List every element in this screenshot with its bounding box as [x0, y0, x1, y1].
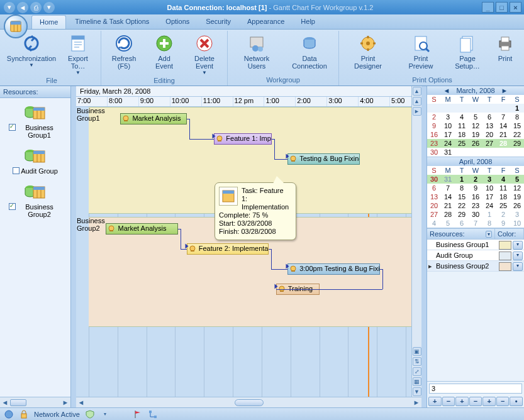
- resource-checkbox[interactable]: [9, 124, 16, 131]
- legend-row[interactable]: Audit Group▾: [427, 250, 524, 261]
- calendar-day[interactable]: 10: [441, 121, 455, 130]
- calendar-day[interactable]: 14: [441, 192, 455, 201]
- calendar-day[interactable]: [496, 104, 510, 113]
- minimize-button[interactable]: _: [482, 2, 494, 13]
- gantt-bar[interactable]: Feature 2: Implementation: [187, 243, 269, 255]
- legend-row[interactable]: Business Group1▾: [427, 240, 524, 250]
- calendar-day[interactable]: 17: [441, 130, 455, 139]
- zb-minus2[interactable]: −: [469, 397, 482, 406]
- calendar-day[interactable]: 13: [482, 121, 496, 130]
- ribbon-tab-help[interactable]: Help: [293, 15, 323, 29]
- calendar-day[interactable]: [469, 148, 482, 157]
- calendar-day[interactable]: 12: [510, 184, 524, 192]
- ribbon-tab-security[interactable]: Security: [198, 15, 238, 29]
- gantt-body[interactable]: Business Group1Market AnalysisFeature 1:…: [76, 107, 421, 397]
- calendar-day[interactable]: 5: [441, 219, 455, 228]
- calendar-day[interactable]: 11: [455, 121, 469, 130]
- status-globe-icon[interactable]: [4, 409, 14, 419]
- calendar-day[interactable]: 3: [441, 113, 455, 121]
- vtool-b-icon[interactable]: ⇅: [413, 357, 421, 366]
- calendar-day[interactable]: 28: [441, 210, 455, 219]
- splitter-left[interactable]: [71, 86, 76, 407]
- calendar-day[interactable]: 2: [427, 113, 441, 121]
- vscroll-up2-icon[interactable]: ▲: [413, 97, 421, 106]
- calendar-day[interactable]: 18: [496, 192, 510, 201]
- vtool-d-icon[interactable]: ▦: [413, 377, 421, 386]
- calendar-day[interactable]: 20: [427, 201, 441, 210]
- vscroll-right-icon[interactable]: ►: [413, 107, 421, 116]
- zb-plus3[interactable]: +: [482, 397, 496, 406]
- calendar-day[interactable]: 3: [482, 175, 496, 184]
- calendar-day[interactable]: 25: [455, 139, 469, 148]
- gantt-horizontal-scrollbar[interactable]: ◄►: [76, 397, 421, 407]
- calendar-day[interactable]: 2: [469, 175, 482, 184]
- status-dd-icon[interactable]: ▾: [100, 409, 110, 419]
- calendar-day[interactable]: 8: [482, 219, 496, 228]
- calendar-day[interactable]: 24: [482, 201, 496, 210]
- resources-scrollbar[interactable]: ◄►: [0, 397, 70, 407]
- vscroll-up-icon[interactable]: ▲: [413, 87, 421, 96]
- calendar-day[interactable]: 8: [510, 113, 524, 121]
- resource-checkbox[interactable]: [9, 203, 16, 210]
- calendar-day[interactable]: [469, 104, 482, 113]
- calendar-day[interactable]: 15: [510, 121, 524, 130]
- calendar-day[interactable]: 25: [496, 201, 510, 210]
- application-menu-button[interactable]: [4, 14, 28, 38]
- calendar-day[interactable]: 10: [482, 184, 496, 192]
- calendar-day[interactable]: 2: [496, 210, 510, 219]
- qa-back-icon[interactable]: ◄: [17, 2, 28, 13]
- calendar-day[interactable]: 9: [469, 184, 482, 192]
- calendar-day[interactable]: 29: [455, 210, 469, 219]
- calendar-day[interactable]: 21: [496, 130, 510, 139]
- zb-plus[interactable]: +: [428, 397, 442, 406]
- calendar-day[interactable]: 19: [510, 192, 524, 201]
- resource-checkbox[interactable]: [13, 167, 20, 174]
- cal-next-icon[interactable]: ►: [499, 87, 511, 94]
- calendar-day[interactable]: 29: [510, 139, 524, 148]
- calendar-day[interactable]: [496, 148, 510, 157]
- refresh-f5--button[interactable]: Refresh(F5): [105, 32, 143, 75]
- calendar-month-2[interactable]: April, 2008SMTWTFS3031123456789101112131…: [427, 157, 524, 228]
- calendar-day[interactable]: 7: [469, 219, 482, 228]
- calendar-day[interactable]: [482, 148, 496, 157]
- calendar-day[interactable]: 7: [441, 184, 455, 192]
- qa-print-icon[interactable]: ⎙: [30, 2, 42, 13]
- calendar-day[interactable]: 30: [469, 210, 482, 219]
- ribbon-tab-options[interactable]: Options: [158, 15, 197, 29]
- calendar-day[interactable]: 9: [496, 219, 510, 228]
- zb-plus2[interactable]: +: [455, 397, 469, 406]
- zb-minus[interactable]: −: [442, 397, 455, 406]
- calendar-day[interactable]: 10: [510, 219, 524, 228]
- calendar-day[interactable]: 5: [510, 175, 524, 184]
- calendar-day[interactable]: 19: [469, 130, 482, 139]
- print-button[interactable]: Print: [489, 32, 521, 75]
- calendar-day[interactable]: 1: [482, 210, 496, 219]
- calendar-day[interactable]: [455, 104, 469, 113]
- maximize-button[interactable]: □: [496, 2, 508, 13]
- calendar-month-1[interactable]: ◄March, 2008►SMTWTFS12345678910111213141…: [427, 86, 524, 157]
- calendar-day[interactable]: 31: [441, 175, 455, 184]
- legend-dd-icon[interactable]: ▾: [513, 241, 523, 250]
- calendar-day[interactable]: 27: [482, 139, 496, 148]
- ribbon-tab-home[interactable]: Home: [31, 15, 66, 29]
- calendar-day[interactable]: 16: [469, 192, 482, 201]
- calendar-day[interactable]: 22: [455, 201, 469, 210]
- legend-row[interactable]: ▸Business Group2▾: [427, 261, 524, 272]
- gantt-bar[interactable]: Testing & Bug Fixing: [287, 153, 360, 165]
- cal-prev-icon[interactable]: ◄: [441, 87, 453, 94]
- delete-event-button[interactable]: DeleteEvent▼: [186, 32, 223, 75]
- zb-ok[interactable]: •: [510, 397, 523, 406]
- calendar-day[interactable]: 4: [455, 113, 469, 121]
- vscroll-down-icon[interactable]: ▼: [413, 387, 421, 396]
- status-lock-icon[interactable]: [19, 409, 29, 419]
- calendar-day[interactable]: 12: [469, 121, 482, 130]
- calendar-day[interactable]: 23: [427, 139, 441, 148]
- print-preview-button[interactable]: PrintPreview: [396, 32, 446, 75]
- calendar-day[interactable]: 30: [427, 148, 441, 157]
- calendar-day[interactable]: [441, 104, 455, 113]
- gantt-bar[interactable]: Market Analysis: [120, 113, 186, 124]
- gantt-bar[interactable]: 3:00pm Testing & Bug Fixing: [287, 263, 380, 275]
- page-setup--button[interactable]: PageSetup…: [449, 32, 486, 75]
- export-to--button[interactable]: ExportTo…▼: [59, 32, 97, 75]
- calendar-day[interactable]: 15: [455, 192, 469, 201]
